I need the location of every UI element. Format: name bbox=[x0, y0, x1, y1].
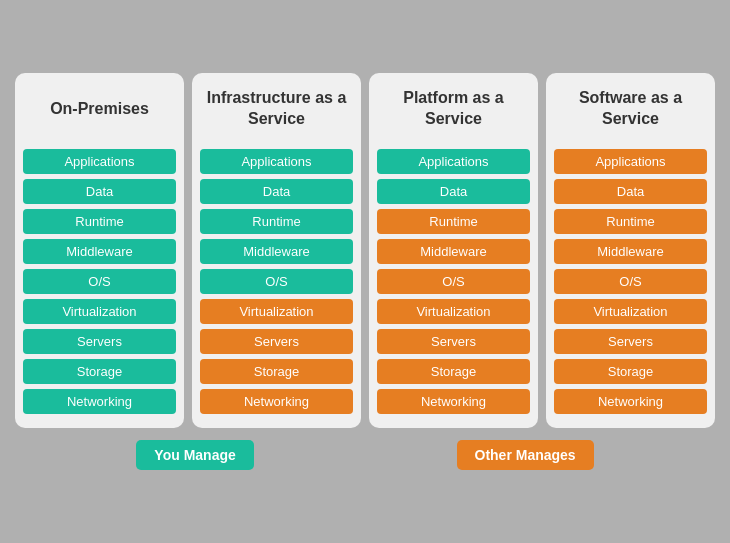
item-iaas-8: Networking bbox=[200, 389, 353, 414]
item-saas-3: Middleware bbox=[554, 239, 707, 264]
item-on-premises-5: Virtualization bbox=[23, 299, 176, 324]
items-on-premises: ApplicationsDataRuntimeMiddlewareO/SVirt… bbox=[23, 149, 176, 414]
item-paas-3: Middleware bbox=[377, 239, 530, 264]
other-manages-badge: Other Manages bbox=[457, 440, 594, 470]
item-paas-6: Servers bbox=[377, 329, 530, 354]
item-saas-8: Networking bbox=[554, 389, 707, 414]
item-iaas-3: Middleware bbox=[200, 239, 353, 264]
items-paas: ApplicationsDataRuntimeMiddlewareO/SVirt… bbox=[377, 149, 530, 414]
item-paas-8: Networking bbox=[377, 389, 530, 414]
item-iaas-6: Servers bbox=[200, 329, 353, 354]
item-paas-2: Runtime bbox=[377, 209, 530, 234]
column-title-on-premises: On-Premises bbox=[50, 83, 149, 135]
item-iaas-5: Virtualization bbox=[200, 299, 353, 324]
item-paas-7: Storage bbox=[377, 359, 530, 384]
items-saas: ApplicationsDataRuntimeMiddlewareO/SVirt… bbox=[554, 149, 707, 414]
item-paas-5: Virtualization bbox=[377, 299, 530, 324]
columns-row: On-PremisesApplicationsDataRuntimeMiddle… bbox=[15, 73, 715, 428]
item-on-premises-0: Applications bbox=[23, 149, 176, 174]
item-on-premises-4: O/S bbox=[23, 269, 176, 294]
item-on-premises-3: Middleware bbox=[23, 239, 176, 264]
item-iaas-1: Data bbox=[200, 179, 353, 204]
column-on-premises: On-PremisesApplicationsDataRuntimeMiddle… bbox=[15, 73, 184, 428]
item-saas-7: Storage bbox=[554, 359, 707, 384]
item-saas-0: Applications bbox=[554, 149, 707, 174]
legend-row: You Manage Other Manages bbox=[15, 440, 715, 470]
item-paas-1: Data bbox=[377, 179, 530, 204]
item-iaas-0: Applications bbox=[200, 149, 353, 174]
column-title-saas: Software as a Service bbox=[554, 83, 707, 135]
item-paas-0: Applications bbox=[377, 149, 530, 174]
item-iaas-2: Runtime bbox=[200, 209, 353, 234]
item-saas-1: Data bbox=[554, 179, 707, 204]
item-on-premises-1: Data bbox=[23, 179, 176, 204]
item-saas-4: O/S bbox=[554, 269, 707, 294]
item-on-premises-6: Servers bbox=[23, 329, 176, 354]
column-iaas: Infrastructure as a ServiceApplicationsD… bbox=[192, 73, 361, 428]
item-iaas-7: Storage bbox=[200, 359, 353, 384]
item-on-premises-2: Runtime bbox=[23, 209, 176, 234]
item-on-premises-8: Networking bbox=[23, 389, 176, 414]
item-paas-4: O/S bbox=[377, 269, 530, 294]
column-paas: Platform as a ServiceApplicationsDataRun… bbox=[369, 73, 538, 428]
items-iaas: ApplicationsDataRuntimeMiddlewareO/SVirt… bbox=[200, 149, 353, 414]
item-saas-5: Virtualization bbox=[554, 299, 707, 324]
item-on-premises-7: Storage bbox=[23, 359, 176, 384]
item-iaas-4: O/S bbox=[200, 269, 353, 294]
you-manage-badge: You Manage bbox=[136, 440, 253, 470]
item-saas-6: Servers bbox=[554, 329, 707, 354]
column-title-paas: Platform as a Service bbox=[377, 83, 530, 135]
main-container: On-PremisesApplicationsDataRuntimeMiddle… bbox=[5, 63, 725, 480]
column-title-iaas: Infrastructure as a Service bbox=[200, 83, 353, 135]
item-saas-2: Runtime bbox=[554, 209, 707, 234]
column-saas: Software as a ServiceApplicationsDataRun… bbox=[546, 73, 715, 428]
